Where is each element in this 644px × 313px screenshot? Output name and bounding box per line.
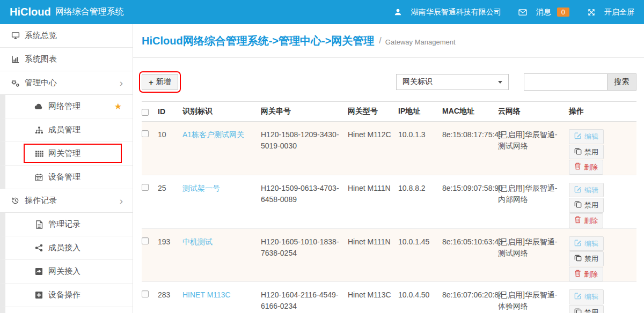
col-header-actions: 操作 — [569, 102, 636, 122]
disable-icon — [574, 200, 582, 210]
company-menu[interactable]: 湖南华辰智通科技有限公司 — [393, 8, 501, 17]
cell-mac: 8e:15:09:07:58:90 — [442, 175, 498, 228]
cell-model: Hinet M113C — [348, 282, 398, 313]
cell-network: [已启用]华辰智通-内部网络 — [498, 175, 569, 228]
sidebar-item-label: 网关管理 — [48, 148, 80, 159]
edit-button[interactable]: 编辑 — [569, 129, 604, 144]
row-actions: 编辑 禁用 删除 — [569, 183, 632, 228]
col-header-id: ID — [158, 102, 182, 122]
delete-button[interactable]: 删除 — [569, 267, 603, 282]
sidebar-item-device-operations[interactable]: 设备操作 — [0, 284, 133, 307]
gateway-name-link[interactable]: 中机测试 — [182, 237, 213, 246]
sidebar-item-management-records[interactable]: 管理记录 — [0, 213, 133, 236]
sidebar-item-system-overview[interactable]: 系统总览 — [0, 24, 133, 48]
cell-ip: 10.8.8.2 — [398, 175, 442, 228]
row-checkbox[interactable] — [142, 290, 149, 297]
row-checkbox[interactable] — [142, 237, 149, 244]
delete-label: 删除 — [584, 217, 598, 225]
sidebar-item-operation-records[interactable]: 操作记录 › — [0, 189, 133, 213]
messages-count-badge: 0 — [557, 8, 569, 17]
delete-button[interactable]: 删除 — [569, 213, 603, 228]
fullscreen-button[interactable]: 开启全屏 — [587, 8, 634, 17]
sidebar-filler — [0, 307, 133, 313]
cell-id: 283 — [158, 282, 182, 313]
cell-id: 25 — [158, 175, 182, 228]
sidebar-item-member-management[interactable]: 成员管理 — [0, 118, 133, 142]
sidebar-item-device-management[interactable]: 设备管理 — [0, 166, 133, 189]
chevron-right-icon: › — [120, 78, 123, 88]
disable-button[interactable]: 禁用 — [569, 145, 604, 160]
add-button[interactable]: + 新增 — [142, 74, 178, 90]
sidebar-item-gateway-access[interactable]: 网关接入 — [0, 260, 133, 284]
breadcrumb-separator: / — [379, 36, 381, 46]
cell-network: [已启用]华辰智通-体验网络 — [498, 282, 569, 313]
disable-icon — [574, 308, 582, 313]
row-checkbox[interactable] — [142, 184, 149, 191]
search-button[interactable]: 搜索 — [607, 73, 636, 91]
expand-icon — [587, 8, 596, 17]
caret-down-icon — [498, 81, 502, 84]
sidebar-item-label: 设备管理 — [48, 172, 80, 182]
sidebar-item-member-access[interactable]: 成员接入 — [0, 236, 133, 260]
col-header-model: 网关型号 — [348, 102, 398, 122]
row-checkbox[interactable] — [142, 130, 149, 137]
top-header: HiCloud 网络综合管理系统 湖南华辰智通科技有限公司 消息 0 开启 — [0, 0, 644, 24]
cell-mac: 8e:15:08:17:75:49 — [442, 122, 498, 175]
cell-serial: H120-1509-0613-4703-6458-0089 — [261, 175, 348, 228]
cell-model: Hinet M112C — [348, 122, 398, 175]
edit-label: 编辑 — [584, 240, 598, 248]
plus-icon: + — [149, 78, 153, 86]
row-actions: 编辑 禁用 删除 — [569, 129, 632, 175]
row-actions: 编辑 禁用 删除 — [569, 236, 632, 282]
disable-label: 禁用 — [584, 255, 598, 263]
table-row: 10 A1栋客户测试网关 H120-1508-1209-3430-5019-00… — [142, 122, 636, 175]
edit-label: 编辑 — [584, 293, 598, 301]
sidebar-item-label: 设备操作 — [48, 290, 80, 300]
sidebar-item-label: 系统图表 — [25, 54, 57, 64]
gateway-name-link[interactable]: HINET M113C — [182, 290, 231, 299]
search-input[interactable] — [524, 73, 608, 91]
page-title: HiCloud网络综合管理系统->管理中心->网关管理 — [142, 34, 374, 48]
table-header-row: ID 识别标识 网关串号 网关型号 IP地址 MAC地址 云网络 操作 — [142, 102, 636, 122]
cell-model: Hinet M111N — [348, 175, 398, 228]
cell-ip: 10.0.1.45 — [398, 228, 442, 282]
edit-button[interactable]: 编辑 — [569, 289, 604, 304]
messages-menu[interactable]: 消息 0 — [518, 8, 569, 17]
edit-label: 编辑 — [584, 132, 598, 141]
cell-ip: 10.0.4.50 — [398, 282, 442, 313]
sidebar-item-label: 管理中心 — [25, 78, 57, 88]
sidebar-item-network-management[interactable]: 网络管理 ★ — [0, 95, 133, 118]
row-actions: 编辑 禁用 删除 — [569, 289, 632, 313]
sidebar-item-system-charts[interactable]: 系统图表 — [0, 48, 133, 71]
edit-button[interactable]: 编辑 — [569, 236, 604, 251]
cell-serial: H120-1604-2116-4549-6166-0234 — [261, 282, 348, 313]
edit-button[interactable]: 编辑 — [569, 183, 604, 198]
disable-button[interactable]: 禁用 — [569, 305, 604, 313]
filter-select[interactable]: 网关标识 — [396, 74, 509, 90]
search-group: 搜索 — [524, 73, 636, 91]
select-all-checkbox[interactable] — [142, 109, 149, 116]
toolbar: + 新增 网关标识 搜索 — [142, 73, 636, 91]
sidebar-item-gateway-management[interactable]: 网关管理 — [0, 142, 133, 166]
gateway-name-link[interactable]: 测试架一号 — [182, 184, 220, 192]
file-icon — [34, 220, 43, 229]
disable-button[interactable]: 禁用 — [569, 198, 604, 213]
cell-id: 193 — [158, 228, 182, 282]
col-header-serial: 网关串号 — [261, 102, 348, 122]
edit-icon — [574, 132, 582, 141]
sidebar-item-management-center[interactable]: 管理中心 › — [0, 71, 133, 95]
edit-label: 编辑 — [584, 186, 598, 195]
messages-label: 消息 — [536, 8, 551, 17]
delete-button[interactable]: 删除 — [569, 160, 603, 175]
disable-icon — [574, 147, 582, 157]
sidebar-item-label: 操作记录 — [25, 196, 57, 206]
disable-button[interactable]: 禁用 — [569, 251, 604, 266]
grid-icon — [34, 150, 43, 158]
star-icon: ★ — [114, 101, 122, 111]
brand-suffix: 网络综合管理系统 — [55, 6, 124, 18]
sidebar-item-label: 网络管理 — [48, 101, 80, 111]
cell-network: [已启用]华辰智通-测试网络 — [498, 228, 569, 282]
edit-icon — [574, 239, 582, 249]
cell-network: [已启用]华辰智通-测试网络 — [498, 122, 569, 175]
gateway-name-link[interactable]: A1栋客户测试网关 — [182, 130, 244, 139]
